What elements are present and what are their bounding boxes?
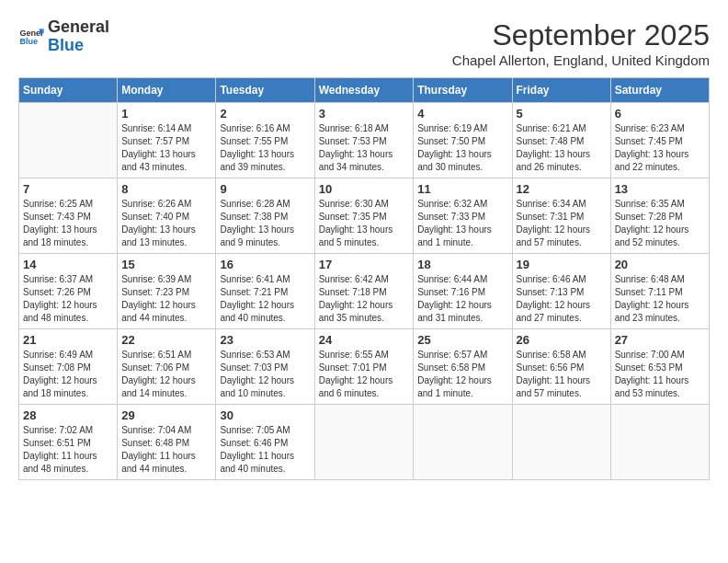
- calendar-cell: 28Sunrise: 7:02 AM Sunset: 6:51 PM Dayli…: [19, 405, 118, 480]
- calendar-cell: 10Sunrise: 6:30 AM Sunset: 7:35 PM Dayli…: [314, 178, 414, 254]
- header: General Blue General Blue September 2025…: [18, 18, 710, 68]
- day-number: 4: [417, 107, 507, 121]
- day-number: 1: [121, 107, 211, 121]
- calendar-cell: 11Sunrise: 6:32 AM Sunset: 7:33 PM Dayli…: [414, 178, 512, 254]
- calendar-cell: 8Sunrise: 6:26 AM Sunset: 7:40 PM Daylig…: [118, 178, 216, 254]
- day-info: Sunrise: 6:16 AM Sunset: 7:55 PM Dayligh…: [220, 122, 310, 174]
- calendar-cell: 7Sunrise: 6:25 AM Sunset: 7:43 PM Daylig…: [19, 178, 118, 254]
- day-number: 21: [23, 333, 113, 347]
- calendar-cell: 9Sunrise: 6:28 AM Sunset: 7:38 PM Daylig…: [216, 178, 314, 254]
- day-number: 3: [319, 107, 410, 121]
- logo: General Blue General Blue: [18, 18, 109, 55]
- day-number: 9: [220, 182, 310, 196]
- location-title: Chapel Allerton, England, United Kingdom: [452, 52, 710, 68]
- col-friday: Friday: [512, 78, 610, 103]
- day-info: Sunrise: 6:57 AM Sunset: 6:58 PM Dayligh…: [417, 349, 507, 400]
- day-number: 16: [220, 258, 310, 271]
- month-title: September 2025: [452, 18, 710, 52]
- calendar-cell: [19, 103, 118, 178]
- day-info: Sunrise: 6:30 AM Sunset: 7:35 PM Dayligh…: [319, 198, 410, 249]
- day-number: 28: [23, 408, 113, 422]
- calendar-cell: 1Sunrise: 6:14 AM Sunset: 7:57 PM Daylig…: [118, 103, 216, 178]
- day-info: Sunrise: 6:19 AM Sunset: 7:50 PM Dayligh…: [417, 122, 507, 174]
- day-info: Sunrise: 6:35 AM Sunset: 7:28 PM Dayligh…: [615, 198, 705, 249]
- svg-text:Blue: Blue: [19, 37, 38, 46]
- col-monday: Monday: [118, 78, 216, 103]
- calendar-header-row: Sunday Monday Tuesday Wednesday Thursday…: [19, 78, 710, 103]
- calendar-week-row: 7Sunrise: 6:25 AM Sunset: 7:43 PM Daylig…: [19, 178, 710, 254]
- col-saturday: Saturday: [610, 78, 709, 103]
- day-info: Sunrise: 7:02 AM Sunset: 6:51 PM Dayligh…: [23, 424, 113, 476]
- calendar-cell: 15Sunrise: 6:39 AM Sunset: 7:23 PM Dayli…: [118, 254, 216, 329]
- day-number: 29: [121, 408, 211, 422]
- calendar-cell: 16Sunrise: 6:41 AM Sunset: 7:21 PM Dayli…: [216, 254, 314, 329]
- col-tuesday: Tuesday: [216, 78, 314, 103]
- day-info: Sunrise: 6:42 AM Sunset: 7:18 PM Dayligh…: [319, 273, 410, 325]
- calendar-cell: 24Sunrise: 6:55 AM Sunset: 7:01 PM Dayli…: [314, 329, 414, 405]
- title-area: September 2025 Chapel Allerton, England,…: [452, 18, 710, 68]
- day-number: 27: [615, 333, 705, 347]
- calendar-cell: 27Sunrise: 7:00 AM Sunset: 6:53 PM Dayli…: [610, 329, 709, 405]
- day-number: 14: [23, 258, 113, 271]
- day-number: 12: [517, 182, 607, 196]
- calendar-cell: 19Sunrise: 6:46 AM Sunset: 7:13 PM Dayli…: [512, 254, 610, 329]
- calendar-cell: 13Sunrise: 6:35 AM Sunset: 7:28 PM Dayli…: [610, 178, 709, 254]
- calendar-cell: 14Sunrise: 6:37 AM Sunset: 7:26 PM Dayli…: [19, 254, 118, 329]
- calendar-cell: 18Sunrise: 6:44 AM Sunset: 7:16 PM Dayli…: [414, 254, 512, 329]
- calendar: Sunday Monday Tuesday Wednesday Thursday…: [18, 77, 710, 480]
- day-number: 10: [319, 182, 410, 196]
- calendar-cell: 29Sunrise: 7:04 AM Sunset: 6:48 PM Dayli…: [118, 405, 216, 480]
- day-number: 22: [121, 333, 211, 347]
- calendar-cell: 3Sunrise: 6:18 AM Sunset: 7:53 PM Daylig…: [314, 103, 414, 178]
- day-number: 18: [417, 258, 507, 271]
- day-info: Sunrise: 6:41 AM Sunset: 7:21 PM Dayligh…: [220, 273, 310, 325]
- day-info: Sunrise: 6:44 AM Sunset: 7:16 PM Dayligh…: [417, 273, 507, 325]
- day-info: Sunrise: 6:39 AM Sunset: 7:23 PM Dayligh…: [121, 273, 211, 325]
- day-number: 23: [220, 333, 310, 347]
- col-wednesday: Wednesday: [314, 78, 414, 103]
- day-info: Sunrise: 6:58 AM Sunset: 6:56 PM Dayligh…: [517, 349, 607, 400]
- day-info: Sunrise: 6:51 AM Sunset: 7:06 PM Dayligh…: [121, 349, 211, 400]
- day-number: 30: [220, 408, 310, 422]
- day-number: 17: [319, 258, 410, 271]
- calendar-week-row: 14Sunrise: 6:37 AM Sunset: 7:26 PM Dayli…: [19, 254, 710, 329]
- calendar-cell: 17Sunrise: 6:42 AM Sunset: 7:18 PM Dayli…: [314, 254, 414, 329]
- day-info: Sunrise: 6:21 AM Sunset: 7:48 PM Dayligh…: [517, 122, 607, 174]
- calendar-cell: [512, 405, 610, 480]
- calendar-week-row: 21Sunrise: 6:49 AM Sunset: 7:08 PM Dayli…: [19, 329, 710, 405]
- day-info: Sunrise: 6:46 AM Sunset: 7:13 PM Dayligh…: [517, 273, 607, 325]
- day-info: Sunrise: 6:18 AM Sunset: 7:53 PM Dayligh…: [319, 122, 410, 174]
- day-number: 25: [417, 333, 507, 347]
- logo-general-text: General: [48, 17, 109, 36]
- calendar-cell: [414, 405, 512, 480]
- calendar-cell: 22Sunrise: 6:51 AM Sunset: 7:06 PM Dayli…: [118, 329, 216, 405]
- day-number: 19: [517, 258, 607, 271]
- day-number: 7: [23, 182, 113, 196]
- day-info: Sunrise: 6:14 AM Sunset: 7:57 PM Dayligh…: [121, 122, 211, 174]
- calendar-cell: 25Sunrise: 6:57 AM Sunset: 6:58 PM Dayli…: [414, 329, 512, 405]
- day-number: 2: [220, 107, 310, 121]
- calendar-cell: 12Sunrise: 6:34 AM Sunset: 7:31 PM Dayli…: [512, 178, 610, 254]
- day-info: Sunrise: 6:37 AM Sunset: 7:26 PM Dayligh…: [23, 273, 113, 325]
- calendar-cell: 21Sunrise: 6:49 AM Sunset: 7:08 PM Dayli…: [19, 329, 118, 405]
- day-number: 8: [121, 182, 211, 196]
- day-info: Sunrise: 7:05 AM Sunset: 6:46 PM Dayligh…: [220, 424, 310, 476]
- calendar-week-row: 1Sunrise: 6:14 AM Sunset: 7:57 PM Daylig…: [19, 103, 710, 178]
- day-info: Sunrise: 6:49 AM Sunset: 7:08 PM Dayligh…: [23, 349, 113, 400]
- calendar-cell: 6Sunrise: 6:23 AM Sunset: 7:45 PM Daylig…: [610, 103, 709, 178]
- day-info: Sunrise: 6:23 AM Sunset: 7:45 PM Dayligh…: [615, 122, 705, 174]
- logo-icon: General Blue: [18, 24, 44, 50]
- day-info: Sunrise: 7:04 AM Sunset: 6:48 PM Dayligh…: [121, 424, 211, 476]
- day-number: 11: [417, 182, 507, 196]
- day-number: 15: [121, 258, 211, 271]
- calendar-cell: [314, 405, 414, 480]
- calendar-cell: [610, 405, 709, 480]
- day-number: 13: [615, 182, 705, 196]
- day-info: Sunrise: 6:34 AM Sunset: 7:31 PM Dayligh…: [517, 198, 607, 249]
- day-number: 5: [517, 107, 607, 121]
- day-info: Sunrise: 6:32 AM Sunset: 7:33 PM Dayligh…: [417, 198, 507, 249]
- day-number: 6: [615, 107, 705, 121]
- day-number: 20: [615, 258, 705, 271]
- calendar-cell: 5Sunrise: 6:21 AM Sunset: 7:48 PM Daylig…: [512, 103, 610, 178]
- day-number: 24: [319, 333, 410, 347]
